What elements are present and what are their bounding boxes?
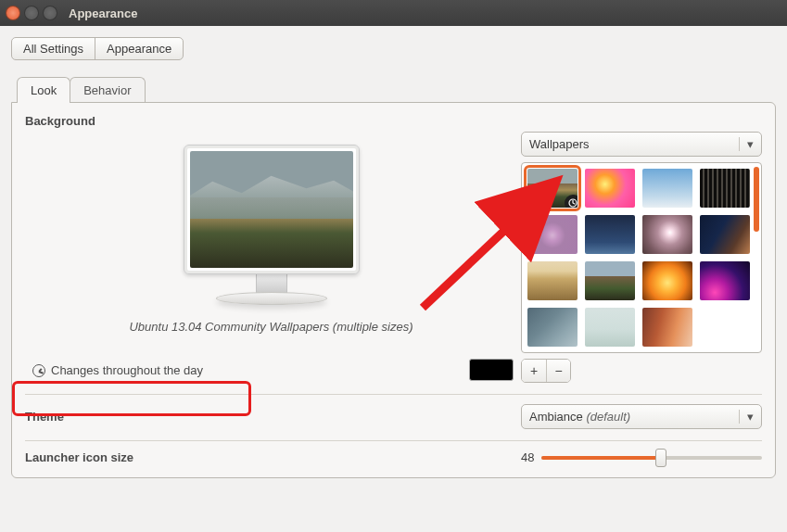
wallpaper-add-remove: + −: [521, 359, 571, 383]
chevron-down-icon: ▾: [739, 137, 754, 151]
add-wallpaper-button[interactable]: +: [522, 360, 546, 382]
wallpaper-thumb[interactable]: [585, 169, 635, 208]
wallpaper-thumb[interactable]: [527, 261, 578, 300]
wallpaper-thumb[interactable]: [585, 261, 635, 300]
tab-bar: Look Behavior: [11, 77, 776, 103]
wallpaper-name: Ubuntu 13.04 Community Wallpapers (multi…: [129, 320, 413, 334]
tab-behavior[interactable]: Behavior: [70, 77, 145, 103]
annotation-highlight: [12, 381, 251, 416]
wallpaper-source-dropdown[interactable]: Wallpapers ▾: [521, 132, 762, 157]
breadcrumb-appearance[interactable]: Appearance: [95, 38, 183, 59]
wallpaper-scrollbar[interactable]: [754, 167, 759, 232]
background-label: Background: [25, 114, 762, 128]
wallpaper-thumb[interactable]: [527, 169, 578, 208]
background-preview-area: Ubuntu 13.04 Community Wallpapers (multi…: [25, 132, 517, 383]
launcher-size-label: Launcher icon size: [25, 450, 133, 464]
window-close-button[interactable]: [6, 6, 20, 20]
launcher-size-value: 48: [521, 450, 534, 464]
changes-throughout-day: Changes throughout the day: [25, 358, 517, 383]
wallpaper-thumb[interactable]: [642, 215, 692, 254]
window-title: Appearance: [69, 6, 137, 20]
wallpaper-thumb[interactable]: [527, 215, 578, 254]
wallpaper-thumb[interactable]: [527, 308, 578, 347]
wallpaper-grid: [521, 162, 762, 353]
wallpaper-thumb[interactable]: [700, 215, 750, 254]
wallpaper-thumb[interactable]: [585, 215, 635, 254]
wallpaper-thumb[interactable]: [642, 169, 692, 208]
wallpaper-thumb[interactable]: [700, 169, 750, 208]
wallpaper-thumb[interactable]: [642, 308, 692, 347]
slider-thumb[interactable]: [655, 449, 666, 467]
breadcrumb-all-settings[interactable]: All Settings: [12, 38, 95, 59]
tab-look[interactable]: Look: [17, 77, 70, 103]
remove-wallpaper-button[interactable]: −: [546, 360, 570, 382]
clock-icon: [32, 364, 45, 377]
background-color-swatch[interactable]: [469, 359, 514, 381]
wallpaper-thumb[interactable]: [642, 261, 692, 300]
changes-label: Changes throughout the day: [51, 363, 203, 377]
wallpaper-thumb[interactable]: [585, 308, 635, 347]
look-panel: Background Ubuntu 13.04 Community Wallpa…: [11, 102, 776, 478]
dropdown-value: Wallpapers: [529, 137, 590, 151]
titlebar: Appearance: [0, 0, 787, 26]
breadcrumb: All Settings Appearance: [11, 37, 184, 60]
theme-value: Ambiance: [529, 410, 583, 424]
launcher-size-row: Launcher icon size 48: [25, 450, 762, 464]
window-minimize-button[interactable]: [24, 6, 39, 20]
chevron-down-icon: ▾: [739, 410, 754, 424]
launcher-size-slider[interactable]: [541, 456, 762, 460]
window-maximize-button[interactable]: [43, 6, 57, 20]
wallpaper-thumb[interactable]: [700, 261, 750, 300]
monitor-preview: [184, 145, 360, 274]
theme-default: (default): [583, 410, 630, 424]
theme-dropdown[interactable]: Ambiance (default) ▾: [521, 404, 762, 429]
slideshow-badge-icon: [565, 195, 578, 208]
